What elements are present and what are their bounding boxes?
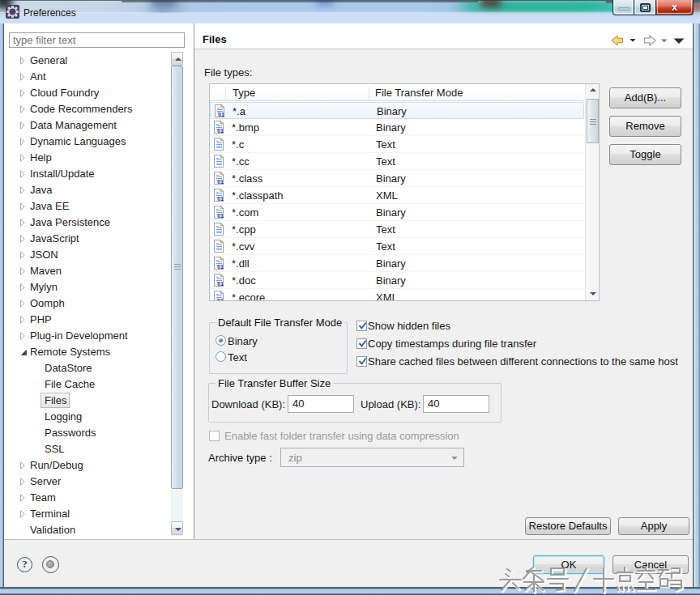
svg-text:01: 01 — [218, 112, 224, 117]
svg-text:01: 01 — [217, 281, 224, 287]
svg-text:01: 01 — [217, 213, 224, 219]
svg-text:01: 01 — [217, 196, 224, 202]
svg-text:01: 01 — [217, 264, 224, 270]
svg-text:01: 01 — [217, 298, 224, 301]
svg-text:01: 01 — [217, 128, 224, 134]
svg-text:01: 01 — [217, 179, 224, 185]
